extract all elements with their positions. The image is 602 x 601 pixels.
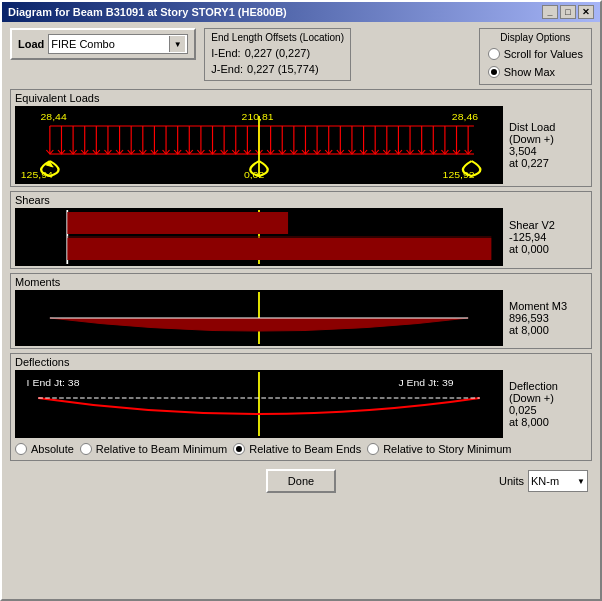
svg-text:125,94: 125,94	[21, 170, 54, 180]
moments-side-line2: 896,593	[509, 312, 587, 324]
svg-rect-51	[67, 238, 491, 260]
bottom-row: Done Units KN-m ▼	[10, 469, 592, 493]
shears-svg	[15, 208, 503, 266]
svg-text:28,44: 28,44	[41, 112, 68, 122]
moments-side-line1: Moment M3	[509, 300, 587, 312]
load-combo[interactable]: FIRE Combo ▼	[48, 34, 188, 54]
j-end-value: 0,227 (15,774)	[247, 61, 319, 77]
shears-section: Shears	[10, 191, 592, 269]
scroll-for-values-label: Scroll for Values	[504, 45, 583, 63]
close-button[interactable]: ✕	[578, 5, 594, 19]
moments-side-info: Moment M3 896,593 at 8,000	[507, 290, 587, 346]
units-combo-arrow-icon[interactable]: ▼	[575, 477, 585, 486]
absolute-label: Absolute	[31, 440, 74, 458]
equivalent-loads-title: Equivalent Loads	[15, 92, 587, 104]
deflections-canvas: I End Jt: 38 J End Jt: 39	[15, 370, 503, 438]
eq-loads-side-line2: 3,504	[509, 145, 587, 157]
i-end-label: I-End:	[211, 45, 240, 61]
deflection-options: Absolute Relative to Beam Minimum Relati…	[15, 440, 587, 458]
shears-diagram: Shear V2 -125,94 at 0,000	[15, 208, 587, 266]
display-options-section: Display Options Scroll for Values Show M…	[479, 28, 592, 85]
shears-title: Shears	[15, 194, 587, 206]
shears-side-info: Shear V2 -125,94 at 0,000	[507, 208, 587, 266]
deflections-side-info: Deflection (Down +) 0,025 at 8,000	[507, 370, 587, 438]
units-select[interactable]: KN-m ▼	[528, 470, 588, 492]
equivalent-loads-diagram: 28,44 210,81 28,46 125,94 0,02 125,92 Di…	[15, 106, 587, 184]
main-content: Load FIRE Combo ▼ End Length Offsets (Lo…	[2, 22, 600, 599]
i-end-row: I-End: 0,227 (0,227)	[211, 45, 344, 61]
relative-beam-min-radio[interactable]	[80, 443, 92, 455]
window-title: Diagram for Beam B31091 at Story STORY1 …	[8, 6, 287, 18]
moments-section: Moments Moment M3	[10, 273, 592, 349]
deflections-side-line1: Deflection (Down +)	[509, 380, 587, 404]
units-value: KN-m	[531, 475, 575, 487]
end-length-section: End Length Offsets (Location) I-End: 0,2…	[204, 28, 351, 81]
scroll-for-values-row[interactable]: Scroll for Values	[488, 45, 583, 63]
svg-text:J End Jt: 39: J End Jt: 39	[398, 378, 453, 388]
deflections-svg: I End Jt: 38 J End Jt: 39	[15, 370, 503, 438]
deflections-side-line2: 0,025	[509, 404, 587, 416]
deflections-section: Deflections I End Jt: 38 J End Jt: 39	[10, 353, 592, 461]
moments-title: Moments	[15, 276, 587, 288]
relative-story-min-label: Relative to Story Minimum	[383, 440, 511, 458]
deflections-title: Deflections	[15, 356, 587, 368]
relative-story-min-option[interactable]: Relative to Story Minimum	[367, 440, 511, 458]
relative-beam-min-label: Relative to Beam Minimum	[96, 440, 227, 458]
units-row: Units KN-m ▼	[499, 470, 588, 492]
moments-svg	[15, 290, 503, 346]
equivalent-loads-svg: 28,44 210,81 28,46 125,94 0,02 125,92	[15, 106, 503, 184]
show-max-row[interactable]: Show Max	[488, 63, 583, 81]
combo-arrow-icon[interactable]: ▼	[169, 36, 185, 52]
absolute-radio[interactable]	[15, 443, 27, 455]
maximize-button[interactable]: □	[560, 5, 576, 19]
load-section: Load FIRE Combo ▼	[10, 28, 196, 60]
eq-loads-side-line3: at 0,227	[509, 157, 587, 169]
title-bar-buttons: _ □ ✕	[542, 5, 594, 19]
top-controls-row: Load FIRE Combo ▼ End Length Offsets (Lo…	[10, 28, 592, 85]
i-end-value: 0,227 (0,227)	[245, 45, 310, 61]
done-button[interactable]: Done	[266, 469, 336, 493]
units-label: Units	[499, 475, 524, 487]
load-combo-value: FIRE Combo	[51, 38, 169, 50]
end-length-title: End Length Offsets (Location)	[211, 32, 344, 43]
j-end-label: J-End:	[211, 61, 243, 77]
moments-side-line3: at 8,000	[509, 324, 587, 336]
moments-canvas	[15, 290, 503, 346]
shears-side-line2: -125,94	[509, 231, 587, 243]
show-max-radio[interactable]	[488, 66, 500, 78]
main-window: Diagram for Beam B31091 at Story STORY1 …	[0, 0, 602, 601]
moments-diagram: Moment M3 896,593 at 8,000	[15, 290, 587, 346]
deflections-diagram: I End Jt: 38 J End Jt: 39 Deflection (Do…	[15, 370, 587, 438]
shears-side-line3: at 0,000	[509, 243, 587, 255]
minimize-button[interactable]: _	[542, 5, 558, 19]
deflections-side-line3: at 8,000	[509, 416, 587, 428]
svg-text:0,02: 0,02	[244, 170, 264, 180]
svg-text:I End Jt: 38: I End Jt: 38	[27, 378, 80, 388]
svg-text:210,81: 210,81	[242, 112, 274, 122]
svg-text:125,92: 125,92	[443, 170, 475, 180]
svg-text:28,46: 28,46	[452, 112, 478, 122]
relative-beam-ends-label: Relative to Beam Ends	[249, 440, 361, 458]
relative-beam-min-option[interactable]: Relative to Beam Minimum	[80, 440, 227, 458]
equivalent-loads-canvas: 28,44 210,81 28,46 125,94 0,02 125,92	[15, 106, 503, 184]
svg-rect-50	[67, 212, 288, 234]
relative-beam-ends-radio[interactable]	[233, 443, 245, 455]
load-label: Load	[18, 38, 44, 50]
show-max-label: Show Max	[504, 63, 555, 81]
display-options-title: Display Options	[488, 32, 583, 43]
equivalent-loads-side-info: Dist Load (Down +) 3,504 at 0,227	[507, 106, 587, 184]
j-end-row: J-End: 0,227 (15,774)	[211, 61, 344, 77]
title-bar: Diagram for Beam B31091 at Story STORY1 …	[2, 2, 600, 22]
relative-beam-ends-option[interactable]: Relative to Beam Ends	[233, 440, 361, 458]
shears-side-line1: Shear V2	[509, 219, 587, 231]
shears-canvas	[15, 208, 503, 266]
eq-loads-side-line1: Dist Load (Down +)	[509, 121, 587, 145]
relative-story-min-radio[interactable]	[367, 443, 379, 455]
absolute-option[interactable]: Absolute	[15, 440, 74, 458]
equivalent-loads-section: Equivalent Loads	[10, 89, 592, 187]
scroll-for-values-radio[interactable]	[488, 48, 500, 60]
